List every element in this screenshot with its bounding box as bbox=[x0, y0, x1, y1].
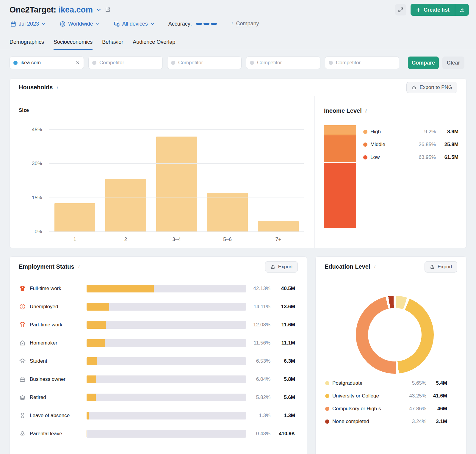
employment-bar-track bbox=[87, 375, 246, 383]
info-icon[interactable]: i bbox=[373, 264, 376, 270]
competitor-placeholder: Competitor bbox=[178, 60, 238, 66]
employment-value: 13.6M bbox=[270, 304, 295, 310]
y-axis-label: 45% bbox=[18, 127, 42, 133]
employment-bar-fill bbox=[87, 285, 154, 292]
info-icon[interactable]: i bbox=[77, 264, 81, 270]
employment-bar-track bbox=[87, 285, 246, 292]
legend-percentage: 63.95% bbox=[408, 154, 436, 160]
expand-icon bbox=[398, 7, 404, 13]
employment-bar-fill bbox=[87, 375, 96, 383]
page-title-domain[interactable]: ikea.com bbox=[59, 5, 93, 14]
income-legend: High9.2%8.9MMiddle26.85%25.8MLow63.95%61… bbox=[363, 125, 458, 228]
company-link[interactable]: i Company bbox=[231, 21, 259, 27]
region-filter[interactable]: Worldwide bbox=[60, 21, 100, 27]
one2target-page: One2Target: ikea.com Create list bbox=[0, 0, 476, 454]
employment-percentage: 12.08% bbox=[246, 322, 270, 328]
employment-value: 410.9K bbox=[270, 431, 295, 437]
domain-dot-icon bbox=[13, 61, 18, 65]
title-row: One2Target: ikea.com Create list bbox=[10, 3, 469, 17]
employment-bar-track bbox=[87, 394, 246, 401]
education-legend-row: Compulsory or High s...47.86%46M bbox=[325, 402, 447, 415]
homemaker-icon bbox=[19, 339, 26, 346]
employment-row: Part-time work12.08%11.6M bbox=[10, 316, 307, 334]
size-bar-3–4 bbox=[156, 137, 197, 232]
student-icon bbox=[19, 358, 26, 364]
employment-bar-track bbox=[87, 357, 246, 365]
expand-button[interactable] bbox=[395, 4, 406, 15]
tab-behavior[interactable]: Behavior bbox=[102, 37, 123, 50]
employment-label: Unemployed bbox=[26, 304, 87, 310]
legend-dot-icon bbox=[363, 143, 367, 147]
external-link-icon[interactable] bbox=[105, 7, 111, 13]
upload-icon bbox=[411, 85, 417, 90]
download-list-button[interactable] bbox=[455, 4, 469, 16]
employment-percentage: 14.11% bbox=[246, 304, 270, 310]
primary-domain-input[interactable]: ikea.com bbox=[10, 57, 84, 69]
domain-dot-icon bbox=[92, 61, 96, 65]
export-education-button[interactable]: Export bbox=[425, 261, 457, 273]
competitor-placeholder: Competitor bbox=[336, 60, 395, 66]
compare-bar: ikea.com CompetitorCompetitorCompetitorC… bbox=[10, 57, 466, 69]
legend-value: 8.9M bbox=[436, 129, 458, 135]
info-icon[interactable]: i bbox=[364, 108, 368, 114]
upload-icon bbox=[270, 264, 275, 270]
domain-dot-icon bbox=[329, 61, 333, 65]
export-employment-button[interactable]: Export bbox=[265, 261, 298, 273]
region-filter-value: Worldwide bbox=[68, 21, 93, 27]
legend-label: Postgraduate bbox=[332, 380, 398, 386]
employment-label: Retired bbox=[26, 394, 87, 400]
domain-dot-icon bbox=[250, 61, 254, 65]
close-icon[interactable] bbox=[75, 60, 80, 65]
chevron-down-icon[interactable] bbox=[96, 7, 102, 13]
legend-label: Low bbox=[370, 154, 408, 160]
education-level-card: Education Level i Export Postgraduate5.6… bbox=[315, 256, 466, 454]
svg-text:?: ? bbox=[21, 305, 23, 309]
export-to-png-button[interactable]: Export to PNG bbox=[406, 82, 457, 93]
competitor-input-4[interactable]: Competitor bbox=[325, 57, 399, 69]
employment-bar-fill bbox=[87, 412, 89, 419]
competitor-input-3[interactable]: Competitor bbox=[246, 57, 320, 69]
competitor-placeholder: Competitor bbox=[257, 60, 317, 66]
income-segment-middle bbox=[324, 135, 356, 162]
legend-value: 46M bbox=[426, 406, 447, 412]
size-bar-slot bbox=[202, 130, 253, 232]
employment-label: Homemaker bbox=[26, 340, 87, 346]
income-legend-row: High9.2%8.9M bbox=[363, 125, 458, 138]
compare-button[interactable]: Compare bbox=[408, 57, 439, 69]
income-level-panel: Income Level i High9.2%8.9MMiddle26.85%2… bbox=[314, 96, 467, 248]
employment-value: 5.6M bbox=[270, 394, 295, 400]
employment-bar-fill bbox=[87, 321, 106, 329]
tab-socioeconomics[interactable]: Socioeconomics bbox=[54, 37, 93, 50]
devices-filter-value: All devices bbox=[122, 21, 148, 27]
employment-bar-fill bbox=[87, 339, 105, 347]
competitor-input-1[interactable]: Competitor bbox=[88, 57, 163, 69]
devices-filter[interactable]: All devices bbox=[114, 21, 155, 27]
employment-value: 6.3M bbox=[270, 358, 295, 364]
legend-dot-icon bbox=[325, 381, 329, 385]
create-list-button[interactable]: Create list bbox=[411, 4, 469, 16]
legend-label: Middle bbox=[370, 142, 408, 148]
fulltime-work-icon bbox=[19, 285, 26, 292]
employment-label: Leave of absence bbox=[26, 413, 87, 419]
date-filter[interactable]: Jul 2023 bbox=[10, 21, 46, 27]
info-icon[interactable]: i bbox=[56, 84, 59, 90]
income-level-title: Income Level bbox=[324, 107, 362, 114]
domain-dot-icon bbox=[171, 61, 175, 65]
households-title: Households bbox=[19, 84, 53, 91]
competitor-input-2[interactable]: Competitor bbox=[167, 57, 242, 69]
income-segment-low bbox=[324, 162, 356, 228]
employment-percentage: 11.56% bbox=[246, 340, 270, 346]
income-legend-row: Low63.95%61.5M bbox=[363, 151, 458, 164]
clear-button[interactable]: Clear bbox=[442, 57, 464, 69]
employment-bar-fill bbox=[87, 303, 109, 311]
employment-status-title: Employment Status bbox=[19, 263, 74, 270]
competitor-placeholder: Competitor bbox=[99, 60, 159, 66]
employment-percentage: 42.13% bbox=[246, 286, 270, 292]
accuracy-dash bbox=[211, 23, 217, 25]
income-segment-high bbox=[324, 125, 356, 135]
tab-demographics[interactable]: Demographics bbox=[10, 37, 44, 50]
legend-percentage: 43.25% bbox=[398, 393, 426, 399]
accuracy-indicator: Accuracy: bbox=[168, 21, 217, 27]
legend-percentage: 3.24% bbox=[398, 419, 426, 425]
tab-audience-overlap[interactable]: Audience Overlap bbox=[133, 37, 175, 50]
